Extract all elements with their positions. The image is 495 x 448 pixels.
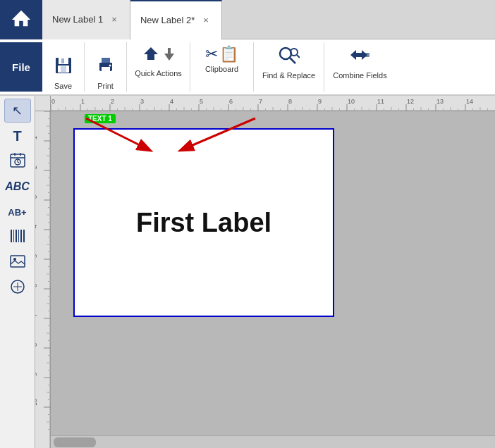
svg-line-12	[290, 58, 295, 63]
title-bar: New Label 1 × New Label 2* ×	[0, 0, 495, 39]
datetime-tool[interactable]	[4, 149, 31, 173]
combine-fields-label: Combine Fields	[333, 71, 386, 80]
svg-text:12: 12	[407, 98, 414, 105]
svg-rect-4	[61, 66, 66, 72]
text-icon: T	[13, 128, 21, 144]
svg-text:9: 9	[35, 373, 38, 376]
svg-text:9: 9	[318, 98, 322, 105]
svg-text:6: 6	[229, 98, 233, 105]
tab-close-2[interactable]: ×	[200, 13, 212, 27]
save-icon	[54, 56, 73, 79]
svg-text:3: 3	[35, 195, 38, 199]
combine-fields-group[interactable]: Combine Fields	[324, 42, 395, 92]
find-icon	[279, 45, 300, 68]
svg-text:2: 2	[111, 98, 114, 105]
svg-rect-23	[11, 230, 12, 242]
clipboard-icon: 📋	[219, 45, 238, 63]
svg-rect-29	[11, 256, 25, 267]
text-tool[interactable]: T	[4, 124, 31, 148]
svg-rect-24	[13, 230, 14, 242]
quick-actions-icons	[142, 45, 176, 68]
clipboard-label: Clipboard	[205, 65, 238, 73]
print-icon	[96, 56, 116, 79]
variable-text-icon: AB+	[8, 207, 26, 218]
svg-text:10: 10	[348, 98, 355, 105]
tab-label-2: New Label 2*	[140, 15, 195, 25]
save-label: Save	[54, 82, 72, 90]
select-tool[interactable]: ↖	[4, 99, 31, 123]
tab-new-label-2[interactable]: New Label 2* ×	[130, 0, 222, 39]
left-toolbar: ↖ T ABC AB+	[0, 96, 35, 448]
arc-text-icon: ABC	[5, 180, 30, 193]
text-badge: TEXT 1	[85, 114, 116, 123]
barcode-icon	[10, 229, 25, 247]
svg-rect-28	[23, 230, 25, 242]
horizontal-scrollbar[interactable]	[51, 435, 495, 448]
label-canvas[interactable]: First Label	[73, 128, 334, 317]
svg-text:4: 4	[170, 98, 173, 105]
arc-text-tool[interactable]: ABC	[4, 175, 31, 199]
svg-text:7: 7	[259, 98, 262, 105]
svg-text:8: 8	[35, 343, 38, 347]
svg-rect-26	[18, 230, 19, 242]
clipboard-group[interactable]: ✂ 📋 Clipboard	[190, 42, 254, 92]
tab-close-1[interactable]: ×	[109, 13, 120, 26]
svg-rect-27	[20, 230, 22, 242]
file-button[interactable]: File	[0, 42, 42, 92]
svg-point-11	[280, 48, 291, 59]
barcode-tool[interactable]	[4, 225, 31, 249]
shape-tool[interactable]	[4, 276, 31, 300]
svg-text:1: 1	[35, 136, 38, 139]
ruler-horizontal: 01234567891011121314	[51, 96, 495, 111]
svg-text:13: 13	[436, 98, 444, 105]
main-area: ↖ T ABC AB+	[0, 96, 495, 448]
variable-text-tool[interactable]: AB+	[4, 200, 31, 224]
svg-point-10	[109, 65, 111, 67]
combine-icon	[349, 45, 370, 68]
image-icon	[10, 254, 25, 272]
svg-text:14: 14	[466, 98, 473, 105]
quick-actions-icon2	[163, 45, 176, 68]
svg-text:7: 7	[35, 313, 38, 317]
svg-line-22	[18, 162, 19, 163]
quick-actions-group[interactable]: Quick Actions	[127, 42, 190, 92]
svg-text:6: 6	[35, 284, 38, 287]
ribbon: File Save Print	[0, 39, 495, 96]
svg-text:5: 5	[200, 98, 203, 105]
content-area[interactable]: TEXT 1 First Label	[51, 111, 495, 448]
svg-text:3: 3	[140, 98, 144, 105]
scroll-thumb[interactable]	[54, 437, 96, 447]
workspace: 01234567891011121314 12345678910 TEXT 1 …	[35, 96, 495, 448]
image-tool[interactable]	[4, 251, 31, 275]
svg-text:0: 0	[51, 98, 55, 105]
quick-actions-icon1	[142, 45, 160, 68]
ruler-corner	[35, 96, 51, 111]
svg-rect-7	[102, 58, 110, 63]
home-icon	[11, 8, 32, 32]
find-replace-group[interactable]: Find & Replace	[254, 42, 324, 92]
datetime-icon	[10, 152, 25, 171]
save-group[interactable]: Save	[42, 42, 85, 92]
svg-text:11: 11	[377, 98, 384, 105]
print-group[interactable]: Print	[85, 42, 127, 92]
svg-rect-15	[362, 53, 369, 57]
svg-text:1: 1	[81, 98, 85, 105]
quick-actions-label: Quick Actions	[135, 69, 182, 77]
svg-text:4: 4	[35, 225, 38, 228]
svg-rect-25	[16, 230, 17, 242]
find-replace-label: Find & Replace	[262, 71, 315, 80]
svg-rect-5	[61, 58, 64, 63]
clipboard-icons: ✂ 📋	[205, 45, 238, 63]
ruler-vertical: 12345678910	[35, 111, 51, 448]
file-label: File	[12, 61, 30, 73]
svg-text:2: 2	[35, 166, 38, 169]
svg-line-14	[297, 55, 300, 58]
svg-text:10: 10	[35, 399, 38, 406]
select-icon: ↖	[12, 103, 23, 118]
shape-icon	[10, 279, 25, 298]
home-button[interactable]	[0, 0, 42, 39]
tab-new-label-1[interactable]: New Label 1 ×	[42, 0, 130, 39]
svg-text:5: 5	[35, 254, 38, 258]
print-label: Print	[97, 82, 114, 90]
tab-label-1: New Label 1	[52, 14, 103, 25]
